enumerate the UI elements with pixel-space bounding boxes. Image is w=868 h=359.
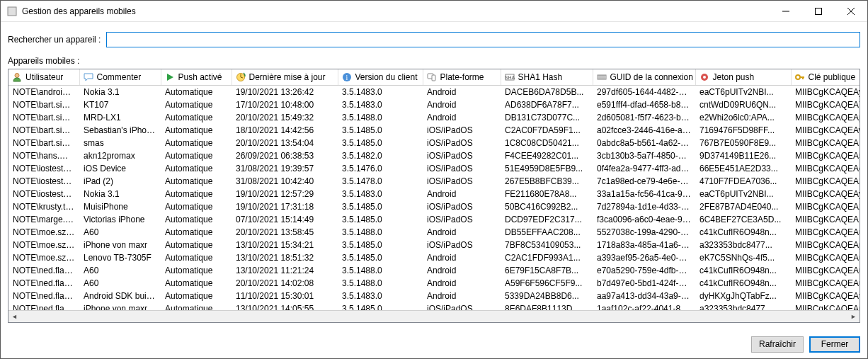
table-row[interactable]: NOTE\bart.simp...Sebastian's iPhonerAuto… <box>8 124 860 137</box>
cell-token: 6C4BEF27CE3A5D... <box>695 213 791 226</box>
cell-pubkey: MIIBCgKCAQEA5Teqyl <box>791 149 860 162</box>
col-push[interactable]: Push activé <box>161 69 232 86</box>
table-row[interactable]: NOTE\moe.szyslakA60Automatique20/10/2021… <box>8 226 860 239</box>
list-label: Appareils mobiles : <box>8 56 860 66</box>
cell-guid: 3cb130b3-5a7f-4850-bf... <box>593 149 695 162</box>
scroll-left-button[interactable]: ◄ <box>8 311 21 323</box>
guid-icon <box>596 72 607 83</box>
cell-sha1: FE211680E78A8... <box>501 188 593 200</box>
cell-sha1: 6E79F15CA8F7B... <box>501 264 593 277</box>
col-comment[interactable]: Commenter <box>79 69 161 86</box>
col-token[interactable]: Jeton push <box>695 69 791 86</box>
comment-icon <box>83 72 94 83</box>
cell-push: Automatique <box>161 213 232 226</box>
close-button[interactable] <box>835 1 867 21</box>
cell-updated: 20/10/2021 15:49:32 <box>232 111 338 124</box>
cell-pubkey: MIIBCgKCAQEApwT7C <box>791 111 860 124</box>
cell-platform: iOS/iPadOS <box>423 200 501 213</box>
info-icon: i <box>341 72 353 83</box>
cell-updated: 20/10/2021 14:02:08 <box>232 277 338 290</box>
cell-comment: Android SDK built ... <box>79 290 161 302</box>
table-row[interactable]: NOTE\iostestuseriPad (2)Automatique31/08… <box>8 175 860 188</box>
cell-push: Automatique <box>161 111 232 124</box>
table-row[interactable]: NOTE\krusty.th...MuisiPhoneAutomatique19… <box>8 200 860 213</box>
horizontal-scrollbar[interactable]: ◄ ► <box>8 310 860 322</box>
scroll-track[interactable] <box>21 311 847 322</box>
table-row[interactable]: NOTE\iostestuseriOS DeviceAutomatique31/… <box>8 162 860 175</box>
table-row[interactable]: NOTE\ned.fland...A60Automatique20/10/202… <box>8 277 860 290</box>
cell-sha1: C2AC1FDF993A1... <box>501 251 593 264</box>
col-guid[interactable]: GUID de la connexion <box>593 69 695 86</box>
col-platform[interactable]: Plate-forme <box>423 69 501 86</box>
cell-comment: A60 <box>79 226 161 239</box>
cell-user: NOTE\iostestuser <box>8 188 79 200</box>
table-row[interactable]: NOTE\bart.simp...smasAutomatique20/10/20… <box>8 137 860 149</box>
cell-comment: A60 <box>79 264 161 277</box>
table-row[interactable]: NOTE\iostestuserNokia 3.1Automatique19/1… <box>8 188 860 200</box>
cell-user: NOTE\bart.simp... <box>8 98 79 111</box>
cell-pubkey: MIIBCgKCAQEA7apFfx <box>791 98 860 111</box>
cell-pubkey: MIIBCgKCAQEA12iPIqr <box>791 137 860 149</box>
cell-user: NOTE\androidte... <box>8 86 79 99</box>
cell-user: NOTE\moe.szyslak <box>8 226 79 239</box>
cell-guid: f3ca0096-a6c0-4eae-97... <box>593 213 695 226</box>
table-row[interactable]: NOTE\hans.mol...akn12promaxAutomatique26… <box>8 149 860 162</box>
cell-updated: 19/10/2021 12:57:29 <box>232 188 338 200</box>
cell-pubkey: MIIBCgKCAQEAynaLJk <box>791 86 860 99</box>
table-row[interactable]: NOTE\ned.fland...A60Automatique13/10/202… <box>8 264 860 277</box>
cell-comment: Nokia 3.1 <box>79 188 161 200</box>
table-row[interactable]: NOTE\moe.szyslakLenovo TB-7305FAutomatiq… <box>8 251 860 264</box>
cell-token: e2Whi2o6lc0:APA... <box>695 111 791 124</box>
cell-guid: e591fff4-dfad-4658-b88... <box>593 98 695 111</box>
table-row[interactable]: NOTE\ned.fland...Android SDK built ...Au… <box>8 290 860 302</box>
cell-updated: 19/10/2021 13:26:42 <box>232 86 338 99</box>
cell-push: Automatique <box>161 162 232 175</box>
cell-updated: 20/10/2021 13:54:04 <box>232 137 338 149</box>
cell-platform: Android <box>423 86 501 99</box>
cell-platform: Android <box>423 111 501 124</box>
table-row[interactable]: NOTE\moe.szyslakiPhone von maxrAutomatiq… <box>8 239 860 251</box>
close-dialog-button[interactable]: Fermer <box>809 336 860 353</box>
col-sha1[interactable]: SHASHA1 Hash <box>501 69 593 86</box>
cell-guid: 1aaf102c-af22-4041-87... <box>593 302 695 310</box>
maximize-button[interactable] <box>802 1 835 21</box>
scroll-right-button[interactable]: ► <box>847 311 860 323</box>
cell-comment: A60 <box>79 277 161 290</box>
minimize-button[interactable] <box>770 1 802 21</box>
table-row[interactable]: NOTE\bart.simp...KT107Automatique17/10/2… <box>8 98 860 111</box>
col-pubkey[interactable]: Clé publique <box>791 69 860 86</box>
search-input[interactable] <box>106 32 860 47</box>
cell-sha1: C2AC0F7DA59F1... <box>501 124 593 137</box>
col-updated[interactable]: Dernière mise à jour <box>232 69 338 86</box>
cell-push: Automatique <box>161 137 232 149</box>
cell-pubkey: MIIBCgKCAQEAoaFf1T <box>791 162 860 175</box>
cell-updated: 19/10/2021 17:31:18 <box>232 200 338 213</box>
cell-push: Automatique <box>161 226 232 239</box>
table-row[interactable]: NOTE\marge.si...Victorias iPhoneAutomati… <box>8 213 860 226</box>
cell-pubkey: MIIBCgKCAQEApfIRba <box>791 302 860 310</box>
col-version[interactable]: iVersion du client <box>338 69 423 86</box>
cell-updated: 07/10/2021 15:14:49 <box>232 213 338 226</box>
hash-icon: SHA <box>504 72 515 83</box>
cell-pubkey: MIIBCgKCAQEA2k3OP <box>791 200 860 213</box>
cell-comment: smas <box>79 137 161 149</box>
cell-token: eK7C5SNhQs-4f5... <box>695 251 791 264</box>
cell-user: NOTE\ned.fland... <box>8 290 79 302</box>
table-row[interactable]: NOTE\androidte...Nokia 3.1Automatique19/… <box>8 86 860 99</box>
cell-sha1: DB55EFFAAC208... <box>501 226 593 239</box>
table-row[interactable]: NOTE\bart.simp...MRD-LX1Automatique20/10… <box>8 111 860 124</box>
cell-comment: akn12promax <box>79 149 161 162</box>
cell-token: 767B7E0590F8E9... <box>695 137 791 149</box>
cell-sha1: 7BF8C534109053... <box>501 239 593 251</box>
cell-sha1: DACEB6DA78D5B... <box>501 86 593 99</box>
table-row[interactable]: NOTE\ned.fland...iPhone von maxrAutomati… <box>8 302 860 310</box>
key-icon <box>794 72 806 83</box>
refresh-button[interactable]: Rafraîchir <box>751 336 804 353</box>
col-user[interactable]: Utilisateur <box>8 69 79 86</box>
cell-user: NOTE\moe.szyslak <box>8 239 79 251</box>
cell-token: 9D374149B11E26... <box>695 149 791 162</box>
cell-platform: Android <box>423 290 501 302</box>
cell-token: c41kCufIR6O948n... <box>695 277 791 290</box>
cell-comment: Lenovo TB-7305F <box>79 251 161 264</box>
cell-version: 3.5.1488.0 <box>338 277 423 290</box>
